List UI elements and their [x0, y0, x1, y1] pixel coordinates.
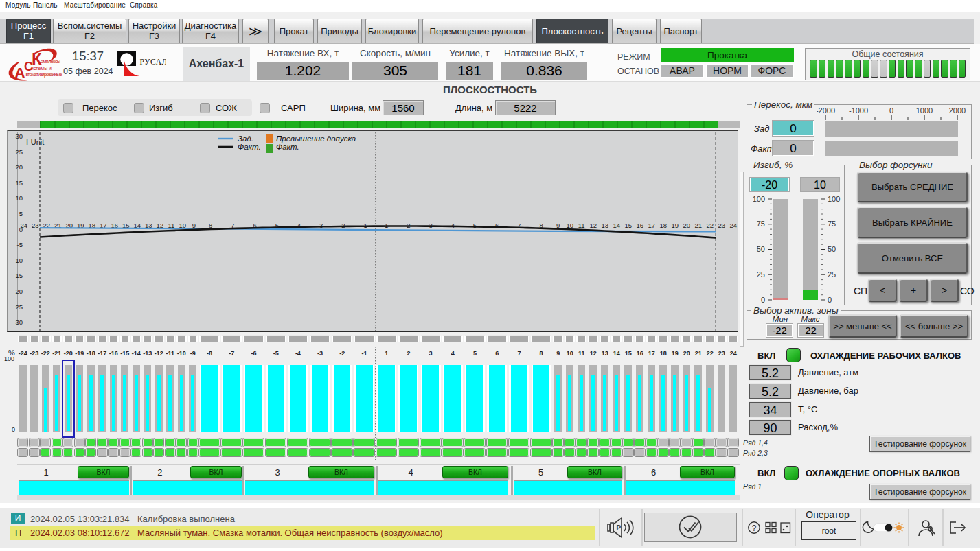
svg-text:5: 5	[19, 210, 23, 218]
svg-text:17: 17	[648, 222, 655, 229]
svg-text:Превышение допуска: Превышение допуска	[276, 134, 356, 143]
svg-text:1000: 1000	[916, 107, 933, 115]
svg-text:18: 18	[659, 222, 667, 229]
svg-text:-8: -8	[207, 222, 212, 229]
svg-text:20: 20	[15, 163, 23, 171]
svg-text:истемы и: истемы и	[31, 66, 52, 71]
svg-text:Зад.: Зад.	[238, 134, 253, 143]
svg-text:19: 19	[671, 222, 679, 229]
svg-text:100: 100	[753, 195, 765, 203]
svg-text:-1000: -1000	[849, 107, 868, 115]
svg-text:-5: -5	[17, 241, 23, 248]
svg-text:9: 9	[556, 222, 560, 229]
svg-text:25: 25	[757, 270, 765, 279]
svg-text:0: 0	[761, 296, 765, 304]
svg-text:25: 25	[15, 303, 23, 311]
svg-text:?: ?	[752, 524, 757, 533]
svg-text:11: 11	[578, 222, 585, 229]
svg-text:15: 15	[15, 272, 23, 279]
svg-text:-1: -1	[361, 222, 367, 229]
svg-text:0: 0	[828, 296, 832, 304]
svg-text:20: 20	[683, 222, 690, 229]
svg-text:75: 75	[828, 220, 836, 228]
svg-text:30: 30	[15, 132, 23, 140]
svg-text:21: 21	[694, 222, 702, 229]
svg-text:10: 10	[15, 257, 23, 264]
svg-text:P: P	[617, 524, 622, 532]
svg-text:10: 10	[15, 194, 23, 202]
svg-text:20: 20	[15, 288, 23, 295]
svg-text:12: 12	[589, 222, 597, 229]
svg-text:13: 13	[601, 222, 608, 229]
svg-text:РУСАЛ: РУСАЛ	[140, 58, 166, 66]
svg-text:-2: -2	[339, 222, 345, 229]
svg-text:2000: 2000	[949, 107, 966, 115]
svg-text:10: 10	[566, 222, 573, 229]
svg-text:100: 100	[828, 195, 840, 203]
svg-text:25: 25	[828, 270, 836, 279]
svg-text:50: 50	[828, 245, 836, 253]
svg-text:I-Unit: I-Unit	[26, 138, 44, 146]
svg-text:2: 2	[407, 222, 410, 229]
svg-text:15: 15	[15, 179, 23, 187]
svg-text:омплексы: омплексы	[41, 59, 60, 64]
svg-text:16: 16	[636, 222, 643, 229]
svg-text:23: 23	[718, 222, 725, 229]
svg-text:Факт.: Факт.	[276, 143, 299, 151]
svg-text:Факт.: Факт.	[238, 143, 261, 151]
svg-text:1: 1	[385, 222, 388, 229]
svg-text:-9: -9	[190, 222, 196, 229]
svg-text:5: 5	[473, 222, 477, 229]
svg-text:15: 15	[624, 222, 632, 229]
svg-text:-23: -23	[30, 222, 39, 229]
svg-text:4: 4	[451, 222, 455, 229]
svg-text:75: 75	[757, 220, 765, 228]
svg-text:-3: -3	[317, 222, 323, 229]
svg-text:3: 3	[429, 222, 432, 229]
svg-text:-2000: -2000	[817, 107, 835, 115]
svg-text:14: 14	[613, 222, 620, 229]
svg-text:50: 50	[757, 245, 765, 253]
svg-text:0: 0	[889, 107, 893, 115]
svg-text:-24: -24	[18, 222, 27, 229]
svg-text:втоматизированные: втоматизированные	[26, 72, 62, 78]
svg-text:24: 24	[729, 222, 737, 229]
svg-text:25: 25	[15, 148, 23, 156]
svg-text:22: 22	[706, 222, 714, 229]
svg-text:30: 30	[15, 318, 23, 326]
